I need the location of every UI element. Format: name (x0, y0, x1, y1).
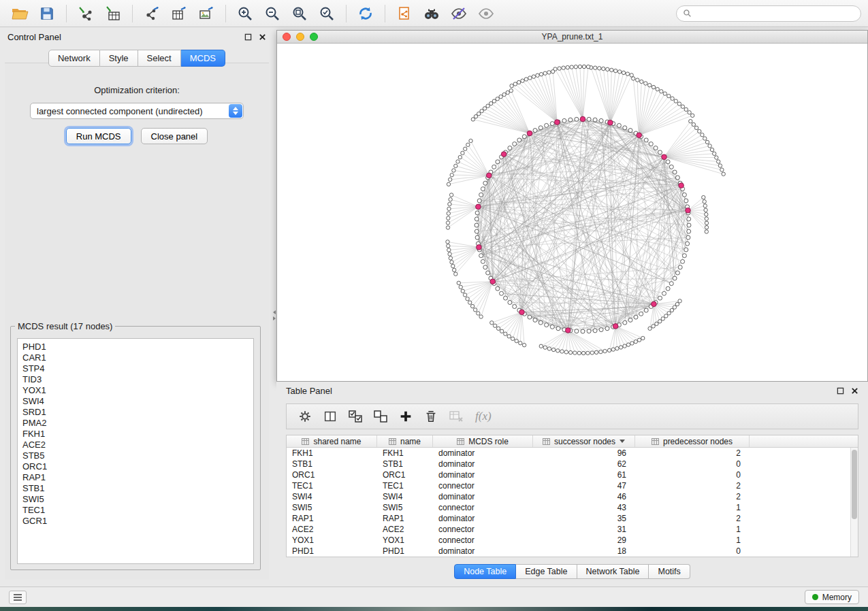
table-cell: 62 (533, 459, 635, 469)
table-cell: 29 (533, 535, 635, 546)
run-mcds-button[interactable]: Run MCDS (66, 128, 131, 144)
add-column-icon (398, 409, 413, 424)
column-header-name[interactable]: name (377, 435, 433, 447)
column-header-shared-name[interactable]: shared name (287, 435, 377, 447)
mcds-result-item[interactable]: STP4 (22, 363, 248, 374)
control-panel-header: Control Panel (0, 27, 274, 46)
network-window-titlebar[interactable]: YPA_prune.txt_1 (277, 31, 867, 44)
table-cell: dominator (433, 448, 533, 459)
mcds-result-item[interactable]: FKH1 (22, 429, 248, 440)
column-header-successor-nodes[interactable]: successor nodes (533, 435, 635, 447)
table-tabs: Node TableEdge TableNetwork TableMotifs (276, 564, 868, 579)
task-history-button[interactable] (9, 591, 27, 604)
export-table-button[interactable] (166, 3, 192, 24)
status-bar: Memory (0, 587, 868, 607)
clone-network-button[interactable] (391, 3, 417, 24)
table-cell (750, 448, 858, 459)
column-type-icon (389, 438, 396, 445)
column-header-MCDS-role[interactable]: MCDS role (433, 435, 533, 447)
zoom-fit-button[interactable] (287, 3, 312, 24)
table-row[interactable]: STB1STB1dominator620 (287, 459, 858, 469)
mcds-result-item[interactable]: CAR1 (22, 352, 248, 363)
show-all-button[interactable] (473, 3, 499, 24)
export-network-button[interactable] (139, 3, 165, 24)
table-row[interactable]: RAP1RAP1dominator352 (287, 513, 858, 524)
table-row[interactable]: ACE2ACE2connector311 (287, 524, 858, 535)
table-row[interactable]: TEC1TEC1connector472 (287, 480, 858, 491)
tab-mcds[interactable]: MCDS (181, 50, 225, 67)
table-cell: 1 (635, 535, 750, 546)
export-image-button[interactable] (193, 3, 219, 24)
criterion-dropdown[interactable]: largest connected component (undirected) (30, 103, 244, 119)
search-network-button[interactable] (419, 3, 445, 24)
mcds-result-item[interactable]: GCR1 (22, 516, 248, 527)
table-cell: 0 (635, 469, 750, 480)
tab-motifs[interactable]: Motifs (649, 564, 690, 579)
tab-select[interactable]: Select (138, 50, 181, 67)
close-icon[interactable] (851, 387, 858, 395)
table-panel-header: Table Panel (276, 382, 868, 399)
mcds-result-item[interactable]: RAP1 (22, 472, 248, 483)
tab-edge-table[interactable]: Edge Table (516, 564, 577, 579)
close-icon[interactable] (259, 33, 266, 41)
tab-network[interactable]: Network (48, 50, 100, 67)
column-header-predecessor-nodes[interactable]: predecessor nodes (635, 435, 750, 447)
mcds-result-item[interactable]: SWI4 (22, 396, 248, 407)
mcds-result-item[interactable]: PMA2 (22, 418, 248, 429)
show-columns-button[interactable] (320, 406, 340, 427)
table-cell: ACE2 (377, 524, 433, 535)
mcds-result-item[interactable]: PHD1 (22, 342, 248, 352)
deselect-all-icon (372, 408, 389, 425)
delete-table-button[interactable] (446, 406, 466, 427)
zoom-selected-button[interactable] (314, 3, 340, 24)
mcds-result-item[interactable]: STB1 (22, 483, 248, 494)
tab-node-table[interactable]: Node Table (454, 564, 516, 579)
close-panel-button[interactable]: Close panel (141, 128, 208, 144)
mcds-result-item[interactable]: SRD1 (22, 407, 248, 418)
deselect-all-button[interactable] (370, 406, 391, 427)
save-button[interactable] (34, 3, 60, 24)
table-row[interactable]: YOX1YOX1connector291 (287, 535, 858, 546)
search-input[interactable] (696, 9, 854, 18)
table-row[interactable]: SWI5SWI5connector431 (287, 502, 858, 513)
float-window-icon[interactable] (244, 33, 252, 41)
mcds-result-item[interactable]: SWI5 (22, 494, 248, 505)
mcds-result-item[interactable]: ACE2 (22, 440, 248, 450)
table-cell: FKH1 (377, 448, 433, 459)
import-table-button[interactable] (100, 3, 126, 24)
tab-network-table[interactable]: Network Table (577, 564, 649, 579)
zoom-in-icon (237, 5, 253, 22)
table-row[interactable]: SWI4SWI4dominator462 (287, 491, 858, 502)
close-window-icon[interactable] (283, 33, 291, 41)
maximize-window-icon[interactable] (310, 33, 318, 41)
zoom-in-button[interactable] (232, 3, 258, 24)
table-settings-button[interactable] (295, 406, 315, 427)
table-row[interactable]: FKH1FKH1dominator962 (287, 448, 858, 459)
open-file-button[interactable] (7, 3, 33, 24)
minimize-window-icon[interactable] (296, 33, 304, 41)
mcds-result-item[interactable]: ORC1 (22, 461, 248, 472)
mcds-result-item[interactable]: TID3 (22, 374, 248, 385)
mcds-result-item[interactable]: YOX1 (22, 385, 248, 396)
tab-style[interactable]: Style (100, 50, 138, 67)
float-window-icon[interactable] (837, 387, 844, 395)
criterion-value: largest connected component (undirected) (31, 106, 203, 116)
delete-button[interactable] (421, 406, 441, 427)
mcds-result-item[interactable]: TEC1 (22, 505, 248, 516)
select-all-button[interactable] (345, 406, 366, 427)
table-row[interactable]: PHD1PHD1dominator180 (287, 546, 858, 557)
table-row[interactable]: ORC1ORC1dominator610 (287, 469, 858, 480)
table-cell: STB1 (287, 459, 377, 469)
zoom-out-button[interactable] (259, 3, 285, 24)
table-cell: PHD1 (287, 546, 377, 557)
refresh-button[interactable] (353, 3, 379, 24)
import-network-button[interactable] (73, 3, 99, 24)
add-column-button[interactable] (396, 406, 416, 427)
table-scrollbar[interactable] (850, 448, 858, 557)
memory-button[interactable]: Memory (805, 590, 859, 604)
network-canvas[interactable] (277, 44, 867, 381)
scrollbar-thumb[interactable] (852, 450, 857, 519)
hide-selected-button[interactable] (446, 3, 472, 24)
zoom-out-icon (264, 5, 280, 22)
mcds-result-item[interactable]: STB5 (22, 450, 248, 461)
